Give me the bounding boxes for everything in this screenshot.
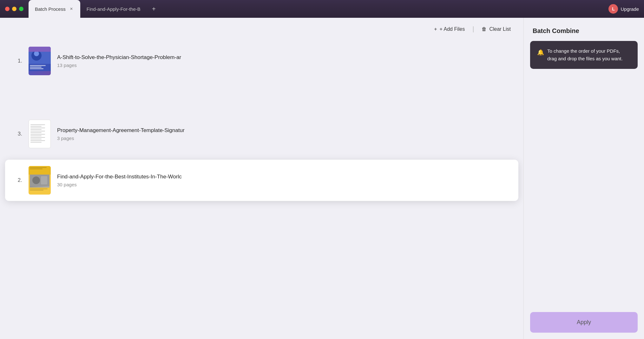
file-name-1: A-Shift-to-Solve-the-Physician-Shortage-… — [57, 54, 181, 61]
add-files-button[interactable]: + + Add Files — [434, 26, 465, 32]
svg-rect-3 — [29, 47, 51, 52]
file-list-spacer — [13, 82, 511, 113]
file-info-2: Find-and-Apply-For-the-Best-Institutes-I… — [57, 174, 182, 187]
file-name-3: Property-Management-Agreement-Template-S… — [57, 127, 185, 134]
clear-list-label: Clear List — [489, 26, 511, 32]
file-pages-3: 3 pages — [57, 136, 185, 141]
clear-list-button[interactable]: 🗑 Clear List — [482, 26, 511, 32]
file-number-1: 1. — [13, 58, 22, 64]
tab-batch-process-label: Batch Process — [35, 6, 66, 12]
file-thumbnail-1 — [29, 47, 51, 75]
panel-spacer — [524, 69, 644, 306]
file-thumbnail-3 — [29, 120, 51, 148]
file-items-container: 1. — [0, 40, 523, 201]
svg-point-2 — [34, 51, 39, 56]
file-pages-2: 30 pages — [57, 182, 182, 187]
info-emoji: 🔔 — [537, 48, 544, 57]
add-files-icon: + — [434, 26, 437, 32]
svg-point-5 — [32, 176, 40, 184]
toolbar: + + Add Files | 🗑 Clear List — [0, 18, 523, 40]
file-item-2[interactable]: 2. — [5, 160, 518, 201]
file-thumbnail-2 — [29, 166, 51, 195]
close-button[interactable] — [5, 7, 10, 11]
upgrade-label: Upgrade — [621, 6, 639, 12]
user-avatar: L — [608, 4, 618, 14]
app-body: + + Add Files | 🗑 Clear List 1. — [0, 18, 644, 339]
right-panel: Batch Combine 🔔 To change the order of y… — [523, 18, 644, 339]
tab-bar: Batch Process ✕ Find-and-Apply-For-the-B… — [29, 0, 608, 18]
trash-icon: 🗑 — [482, 26, 487, 32]
info-box: 🔔 To change the order of your PDFs, drag… — [530, 41, 638, 69]
svg-rect-6 — [41, 176, 47, 184]
toolbar-divider: | — [472, 25, 474, 33]
file-number-2: 2. — [13, 177, 22, 183]
traffic-lights — [5, 7, 23, 11]
new-tab-button[interactable]: + — [149, 4, 158, 13]
upgrade-button[interactable]: L Upgrade — [608, 4, 639, 14]
tab-batch-process[interactable]: Batch Process ✕ — [29, 0, 80, 18]
tab-find-apply-label: Find-and-Apply-For-the-B — [87, 6, 141, 12]
file-list-area: + + Add Files | 🗑 Clear List 1. — [0, 18, 523, 339]
maximize-button[interactable] — [19, 7, 23, 11]
minimize-button[interactable] — [12, 7, 16, 11]
file-info-3: Property-Management-Agreement-Template-S… — [57, 127, 185, 141]
file-name-2: Find-and-Apply-For-the-Best-Institutes-I… — [57, 174, 182, 180]
file-info-1: A-Shift-to-Solve-the-Physician-Shortage-… — [57, 54, 181, 68]
tab-close-icon[interactable]: ✕ — [69, 6, 74, 11]
file-item-3[interactable]: 3. — [13, 113, 511, 155]
titlebar: Batch Process ✕ Find-and-Apply-For-the-B… — [0, 0, 644, 18]
file-item-1[interactable]: 1. — [13, 40, 511, 82]
file-number-3: 3. — [13, 131, 22, 137]
info-text: To change the order of your PDFs, drag a… — [547, 47, 631, 63]
tab-find-apply[interactable]: Find-and-Apply-For-the-B — [80, 0, 147, 18]
file-pages-1: 13 pages — [57, 63, 181, 68]
add-files-label: + Add Files — [440, 26, 465, 32]
apply-button[interactable]: Apply — [530, 312, 638, 333]
panel-title: Batch Combine — [524, 18, 644, 41]
